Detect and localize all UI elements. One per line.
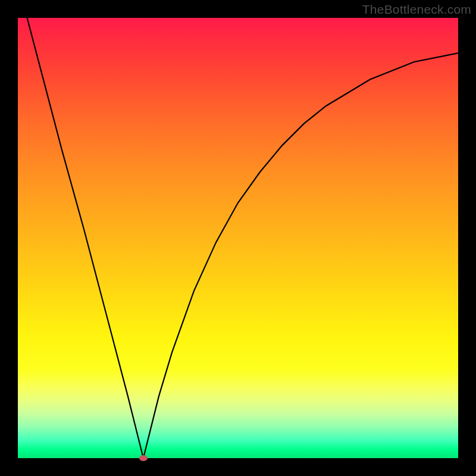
watermark-text: TheBottleneck.com (362, 2, 471, 17)
plot-area (18, 18, 458, 458)
bottleneck-curve (18, 18, 458, 458)
chart-frame: TheBottleneck.com (0, 0, 476, 476)
optimum-marker (139, 455, 148, 461)
